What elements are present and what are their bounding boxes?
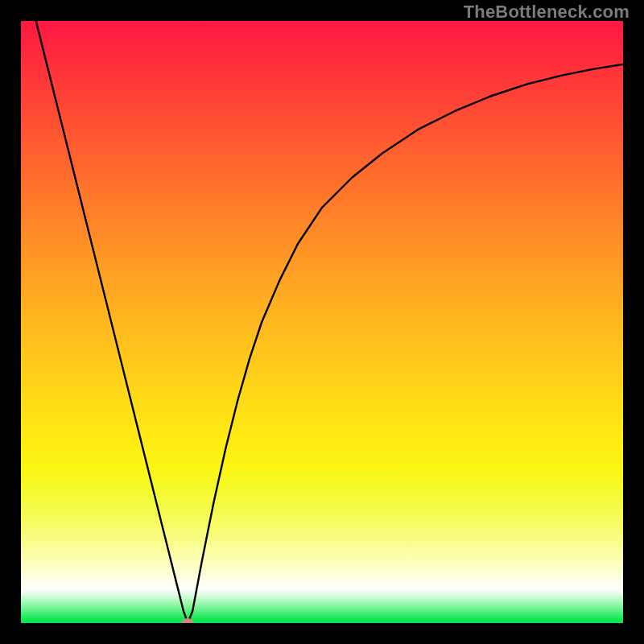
watermark-text: TheBottleneck.com [464, 2, 630, 23]
minimum-marker-dot [182, 618, 194, 623]
plot-area [21, 21, 623, 623]
bottleneck-curve [21, 21, 623, 623]
chart-container: TheBottleneck.com [0, 0, 644, 644]
